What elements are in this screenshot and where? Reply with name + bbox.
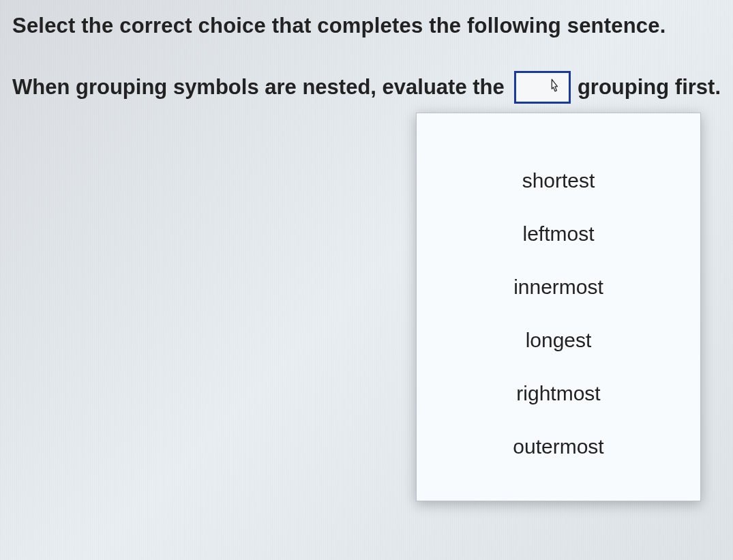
dropdown-option-shortest[interactable]: shortest xyxy=(417,154,700,207)
dropdown-options-panel: shortest leftmost innermost longest righ… xyxy=(416,113,701,501)
dropdown-option-longest[interactable]: longest xyxy=(417,314,700,367)
sentence-after-blank: grouping first. xyxy=(578,75,721,100)
dropdown-option-innermost[interactable]: innermost xyxy=(417,261,700,314)
dropdown-option-rightmost[interactable]: rightmost xyxy=(417,367,700,420)
instruction-text: Select the correct choice that completes… xyxy=(12,14,721,38)
dropdown-option-leftmost[interactable]: leftmost xyxy=(417,207,700,261)
sentence-before-blank: When grouping symbols are nested, evalua… xyxy=(12,75,505,100)
sentence-row: When grouping symbols are nested, evalua… xyxy=(12,71,721,104)
dropdown-option-outermost[interactable]: outermost xyxy=(417,420,700,473)
pointer-cursor-icon xyxy=(545,78,565,97)
answer-blank-dropdown[interactable] xyxy=(514,71,571,104)
